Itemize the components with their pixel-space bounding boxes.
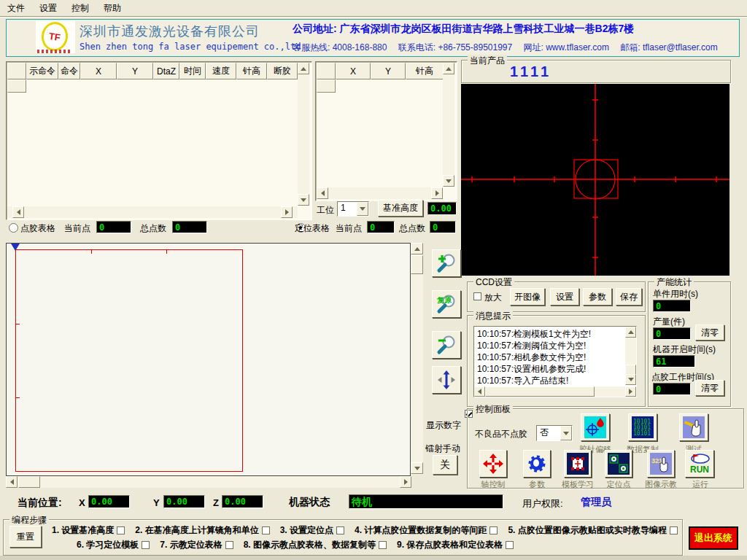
locate-vscroll[interactable] <box>443 63 454 187</box>
message-item: 10:10:57:相机参数文件为空! <box>477 351 633 363</box>
ccd-save-button[interactable]: 保存 <box>616 288 642 306</box>
scroll-left-icon[interactable] <box>474 386 485 397</box>
exit-system-button[interactable]: 退出系统 <box>689 526 738 550</box>
param-button[interactable] <box>523 450 551 478</box>
step-6-checkbox[interactable] <box>142 541 150 549</box>
chevron-down-icon[interactable] <box>560 426 572 440</box>
col-dtaz[interactable]: DtaZ <box>153 63 179 79</box>
scroll-up-icon[interactable] <box>625 327 636 338</box>
company-name-en: Shen zhen tong fa laser equipement co.,l… <box>80 42 301 52</box>
chevron-down-icon[interactable] <box>357 202 368 216</box>
col-glue-break[interactable]: 断胶 <box>267 63 298 79</box>
scroll-down-icon[interactable] <box>411 462 423 474</box>
scroll-left-icon[interactable] <box>317 187 328 199</box>
canvas-hscroll[interactable] <box>6 476 411 488</box>
locate-point-button[interactable] <box>605 450 632 478</box>
reset-button[interactable]: 重置 <box>9 526 42 548</box>
run-button[interactable]: RUN <box>685 450 714 478</box>
col-x[interactable]: X <box>336 63 371 79</box>
ccd-setting-button[interactable]: 设置 <box>550 288 579 306</box>
ccd-zoom-checkbox[interactable] <box>473 292 481 300</box>
menu-file[interactable]: 文件 <box>0 0 32 17</box>
menu-control[interactable]: 控制 <box>64 0 96 17</box>
col-time[interactable]: 时间 <box>179 63 206 79</box>
dispense-radio-label[interactable]: 点胶表格 <box>20 222 55 235</box>
scroll-right-icon[interactable] <box>431 187 443 199</box>
col-needle-height[interactable]: 针高 <box>236 63 267 79</box>
col-y[interactable]: Y <box>371 63 406 79</box>
axis-control-button[interactable] <box>479 450 507 478</box>
canvas-vscroll[interactable] <box>411 243 423 475</box>
yield-value: 0 <box>653 327 691 340</box>
step-7-checkbox[interactable] <box>225 541 233 549</box>
skip-defect-select[interactable]: 否 <box>536 425 573 441</box>
restore-view-button[interactable]: 复原 <box>432 290 461 318</box>
clear-worktime-button[interactable]: 清零 <box>695 380 724 396</box>
scroll-right-icon[interactable] <box>625 386 636 397</box>
fit-view-button[interactable] <box>432 366 461 394</box>
zoom-in-button[interactable] <box>432 249 461 277</box>
dispense-table[interactable]: 示命令 命令 X Y DtaZ 时间 速度 针高 断胶 <box>6 61 312 220</box>
step-label: 8. 图像示教点胶表格、数据复制等 <box>244 539 376 551</box>
scroll-down-icon[interactable] <box>443 175 454 187</box>
ccd-param-button[interactable]: 参数 <box>583 288 612 306</box>
locate-radio-label[interactable]: 定位表格 <box>295 222 330 235</box>
x-label: X <box>79 497 85 508</box>
step-3-checkbox[interactable] <box>336 526 344 534</box>
col-x[interactable]: X <box>80 63 117 79</box>
scroll-right-icon[interactable] <box>400 476 411 488</box>
worktime-value: 0 <box>653 383 691 395</box>
vscroll-thumb[interactable] <box>411 255 423 274</box>
locate-hscroll[interactable] <box>317 187 443 199</box>
base-height-label: 基准高度 <box>383 202 418 214</box>
test-button[interactable] <box>679 413 708 441</box>
bottom-strip <box>0 556 747 560</box>
hscroll-thumb[interactable] <box>18 476 40 488</box>
step-8-checkbox[interactable] <box>379 541 387 549</box>
vscroll-thumb[interactable] <box>625 365 636 375</box>
scroll-up-icon[interactable] <box>411 243 423 254</box>
dispense-table-radio[interactable] <box>9 223 18 233</box>
col-speed[interactable]: 速度 <box>206 63 236 79</box>
col-command-icon[interactable]: 示命令 <box>26 63 58 79</box>
base-height-button[interactable]: 基准高度 <box>378 200 423 217</box>
step-2-checkbox[interactable] <box>262 526 270 534</box>
scroll-right-icon[interactable] <box>281 206 293 218</box>
dispense-vscroll[interactable] <box>298 63 309 206</box>
dispense-hscroll[interactable] <box>7 206 298 218</box>
auth-value: 管理员 <box>581 496 611 509</box>
work-canvas[interactable] <box>6 243 411 476</box>
open-image-button[interactable]: 开图像 <box>510 288 545 306</box>
scroll-up-icon[interactable] <box>443 63 454 74</box>
zoom-out-button[interactable] <box>432 331 461 359</box>
scroll-up-icon[interactable] <box>298 63 309 74</box>
restore-view-icon: 复原 <box>436 294 457 314</box>
col-y[interactable]: Y <box>117 63 153 79</box>
data-copy-button[interactable]: 10101 10101 10101 <box>628 413 657 441</box>
step-9-checkbox[interactable] <box>506 541 514 549</box>
scroll-left-icon[interactable] <box>6 476 18 488</box>
col-command[interactable]: 命令 <box>58 63 80 79</box>
exit-system-label: 退出系统 <box>694 532 732 545</box>
step-1-checkbox[interactable] <box>117 526 125 534</box>
step-4-checkbox[interactable] <box>489 526 498 534</box>
col-needle-height[interactable]: 针高 <box>406 63 444 79</box>
scroll-left-icon[interactable] <box>12 206 24 218</box>
station-select[interactable]: 1 <box>337 201 369 217</box>
work-area-rect <box>15 249 243 472</box>
step-5-checkbox[interactable] <box>670 526 678 534</box>
position-label: 当前位置: <box>18 497 62 510</box>
image-teach-button[interactable]: 321 <box>647 450 675 478</box>
menu-help[interactable]: 帮助 <box>96 0 128 17</box>
locate-table[interactable]: X Y 针高 <box>315 61 457 201</box>
dispense-total-value: 0 <box>172 221 207 233</box>
menu-settings[interactable]: 设置 <box>32 0 64 17</box>
template-learn-button[interactable] <box>564 450 592 478</box>
message-list[interactable]: 10:10:57:检测模板1文件为空! 10:10:57:检测阈值文件为空! 1… <box>473 326 637 397</box>
laser-toggle-button[interactable]: 关 <box>433 455 457 475</box>
clear-yield-button[interactable]: 清零 <box>695 324 724 341</box>
hscroll-thumb[interactable] <box>485 386 595 397</box>
scroll-down-icon[interactable] <box>298 194 309 206</box>
scroll-down-icon[interactable] <box>625 374 636 385</box>
needle-offset-button[interactable] <box>581 413 610 441</box>
